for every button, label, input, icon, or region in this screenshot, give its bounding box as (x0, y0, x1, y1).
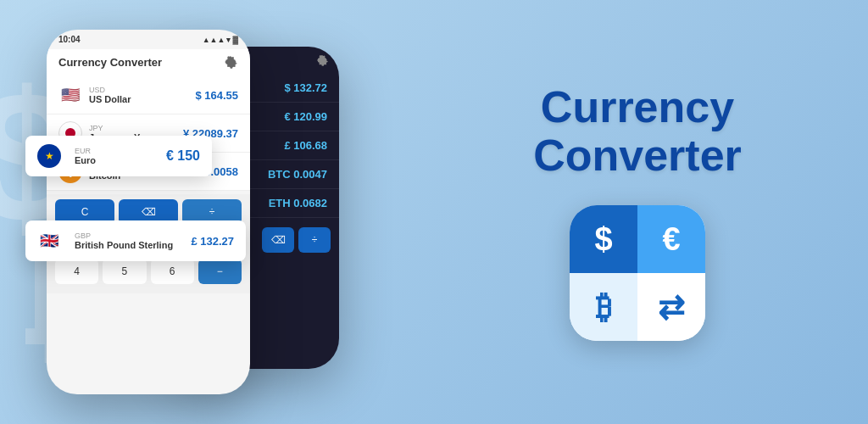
icon-euro-cell: € (637, 205, 705, 273)
eur-flag: ★ (37, 144, 61, 168)
gbp-floating-card[interactable]: 🇬🇧 GBP British Pound Sterling £ 132.27 (25, 220, 246, 261)
eur-amount: € 150 (166, 148, 200, 164)
app-icon: $ € ₿ ⇄ (570, 205, 705, 341)
app-header-title: Currency Converter (58, 56, 162, 69)
calc-row-3: 4 5 6 − (55, 259, 242, 284)
usd-row[interactable]: 🇺🇸 USD US Dollar $ 164.55 (47, 76, 250, 114)
battery-icon: ▓ (232, 36, 238, 44)
right-section: Currency Converter $ € ₿ ⇄ (407, 66, 868, 358)
gbp-name: British Pound Sterling (75, 240, 191, 250)
icon-dollar-cell: $ (570, 205, 637, 273)
eur-name: Euro (75, 155, 166, 165)
eur-floating-card[interactable]: ★ EUR Euro € 150 (25, 136, 212, 176)
gbp-flag: 🇬🇧 (37, 229, 61, 253)
status-bar: 10:04 ▲▲▲ ▾ ▓ (47, 30, 250, 49)
gbp-amount: £ 132.27 (191, 235, 234, 248)
btn-5[interactable]: 5 (103, 259, 146, 284)
settings-icon[interactable] (223, 54, 238, 70)
phones-section: $ 132.72 € 120.99 £ 106.68 BTC 0.0047 ET… (0, 0, 407, 424)
gear-icon-dark (315, 53, 329, 67)
usd-name: US Dollar (89, 94, 195, 104)
status-icons: ▲▲▲ ▾ ▓ (203, 36, 238, 44)
icon-bitcoin-cell: ₿ (570, 273, 637, 341)
icon-arrows-cell: ⇄ (637, 273, 705, 341)
usd-flag: 🇺🇸 (58, 83, 82, 107)
dark-backspace-btn[interactable]: ⌫ (262, 227, 294, 253)
usd-code: USD (89, 86, 195, 94)
gbp-code: GBP (75, 232, 191, 240)
btn-6[interactable]: 6 (151, 259, 194, 284)
minus-btn[interactable]: − (198, 259, 242, 284)
eur-info: EUR Euro (75, 147, 166, 165)
wifi-icon: ▾ (226, 36, 231, 44)
app-title-large: Currency Converter (533, 83, 742, 180)
app-header: Currency Converter (47, 49, 250, 76)
usd-amount: $ 164.55 (195, 89, 238, 102)
gbp-info: GBP British Pound Sterling (75, 232, 191, 250)
usd-info: USD US Dollar (89, 86, 195, 104)
jpy-code: JPY (89, 124, 183, 132)
btn-4[interactable]: 4 (55, 259, 98, 284)
eur-code: EUR (75, 147, 166, 155)
time-display: 10:04 (58, 35, 81, 44)
phone-front: 10:04 ▲▲▲ ▾ ▓ Currency Converter 🇺🇸 USD … (47, 30, 250, 394)
signal-icon: ▲▲▲ (203, 36, 225, 44)
dark-divide-btn[interactable]: ÷ (298, 227, 331, 253)
